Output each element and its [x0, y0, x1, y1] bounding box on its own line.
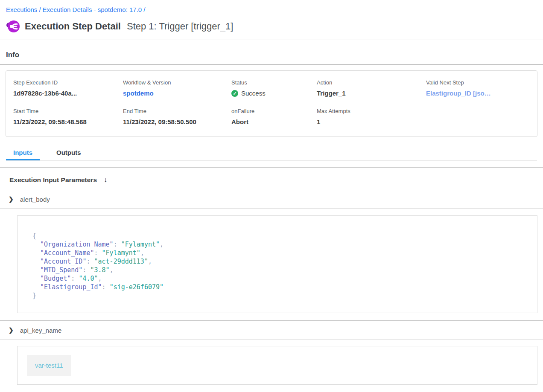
field-value: 1 — [317, 118, 426, 125]
breadcrumb-link-executions[interactable]: Executions — [6, 6, 37, 13]
execution-input-parameters-title: Execution Input Parameters — [9, 176, 97, 184]
fylamynt-logo-icon — [6, 20, 20, 33]
field-label: Status — [231, 79, 317, 86]
success-check-icon: ✓ — [231, 90, 238, 97]
field-status: Status ✓ Success — [231, 79, 317, 97]
info-section-heading: Info — [0, 40, 543, 64]
section-label: api_key_name — [20, 327, 62, 334]
field-label: Start Time — [13, 108, 123, 114]
json-code-viewer[interactable]: { "Organization_Name": "Fylamynt", "Acco… — [32, 232, 528, 300]
spacer — [0, 161, 543, 167]
breadcrumb-trailing-separator: / — [142, 6, 147, 13]
spacer — [0, 313, 543, 320]
field-value: Abort — [231, 118, 317, 125]
page-subtitle: Step 1: Trigger [trigger_1] — [127, 21, 233, 32]
field-label: onFailure — [231, 108, 317, 114]
code-line: "MTD_Spend": "3.8", — [32, 266, 528, 274]
field-label: Workflow & Version — [123, 79, 231, 86]
field-max-attempts: Max Attempts 1 — [317, 108, 426, 125]
divider — [0, 64, 543, 65]
alert-body-content-box: { "Organization_Name": "Fylamynt", "Acco… — [17, 215, 537, 313]
tab-outputs[interactable]: Outputs — [49, 143, 88, 160]
section-label: alert_body — [20, 196, 50, 203]
api-key-name-content-box: var-test11 — [17, 346, 537, 385]
chevron-right-icon: ❯ — [9, 195, 14, 203]
field-workflow-version: Workflow & Version spotdemo — [123, 79, 231, 97]
api-key-name-value-chip: var-test11 — [27, 355, 71, 376]
field-onfailure: onFailure Abort — [231, 108, 317, 125]
code-line: "Budget": "4.0", — [32, 274, 528, 283]
page-header: Execution Step Detail Step 1: Trigger [t… — [0, 13, 543, 40]
field-value: Trigger_1 — [317, 90, 426, 97]
field-end-time: End Time 11/23/2022, 09:58:50.500 — [123, 108, 231, 125]
code-line: "Account_ID": "act-29ddd113", — [32, 257, 528, 266]
divider — [0, 208, 543, 209]
section-row-api-key-name[interactable]: ❯ api_key_name — [0, 321, 543, 339]
field-label: Step Execution ID — [13, 79, 123, 86]
field-value: 1d97828c-13b6-40a... — [13, 90, 123, 97]
field-valid-next-step: Valid Next Step Elastigroup_ID [jso… — [426, 79, 533, 97]
field-value: 11/23/2022, 09:58:50.500 — [123, 118, 231, 125]
field-value: 11/23/2022, 09:58:48.568 — [13, 118, 123, 125]
code-line: "Elastigroup_Id": "sig-e26f6079" — [32, 283, 528, 291]
page-title: Execution Step Detail — [25, 21, 121, 32]
status-text: Success — [241, 90, 266, 97]
breadcrumb-link-execution-details[interactable]: Execution Details - spotdemo: 17.0 — [43, 6, 142, 13]
field-label: Max Attempts — [317, 108, 426, 114]
scroll-down-arrow-icon[interactable]: ↓ — [104, 176, 108, 184]
breadcrumb: Executions/Execution Details - spotdemo:… — [0, 0, 543, 13]
chevron-right-icon: ❯ — [9, 326, 14, 334]
field-label: End Time — [123, 108, 231, 114]
field-action: Action Trigger_1 — [317, 79, 426, 97]
field-step-execution-id: Step Execution ID 1d97828c-13b6-40a... — [13, 79, 123, 97]
code-line: "Account_Name": "Fylamynt", — [32, 249, 528, 257]
spacer — [0, 385, 543, 392]
section-row-alert-body[interactable]: ❯ alert_body — [0, 190, 543, 208]
divider — [0, 339, 543, 340]
field-label: Action — [317, 79, 426, 86]
field-empty — [426, 108, 533, 125]
code-line: "Organization_Name": "Fylamynt", — [32, 240, 528, 249]
field-label: Valid Next Step — [426, 79, 533, 86]
workflow-link[interactable]: spotdemo — [123, 90, 231, 97]
field-start-time: Start Time 11/23/2022, 09:58:48.568 — [13, 108, 123, 125]
breadcrumb-separator: / — [37, 6, 42, 13]
code-line: } — [32, 291, 528, 300]
status-badge: ✓ Success — [231, 90, 317, 97]
info-card: Step Execution ID 1d97828c-13b6-40a... W… — [6, 70, 537, 137]
execution-input-parameters-header: Execution Input Parameters ↓ — [0, 168, 543, 190]
code-line: { — [32, 232, 528, 240]
valid-next-step-link[interactable]: Elastigroup_ID [jso… — [426, 90, 533, 97]
tab-bar: Inputs Outputs — [6, 143, 537, 161]
tab-inputs[interactable]: Inputs — [6, 143, 40, 160]
